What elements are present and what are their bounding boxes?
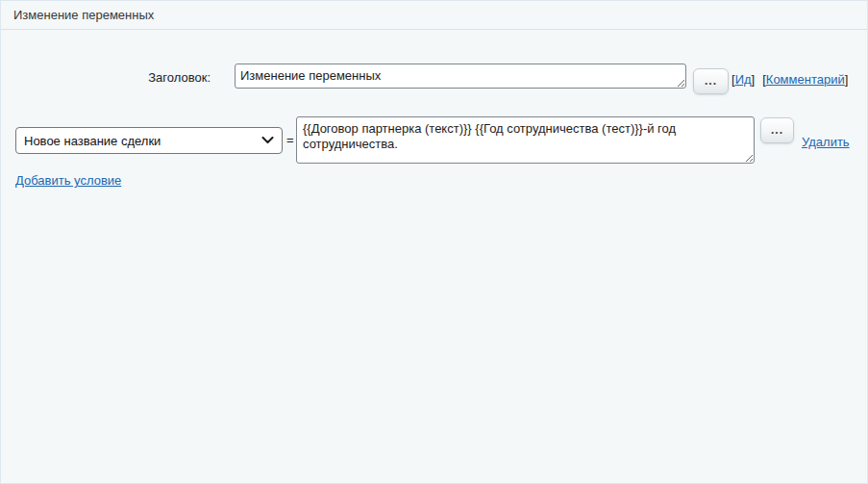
comment-link[interactable]: Комментарий	[766, 72, 845, 87]
title-field-label: Заголовок:	[1, 70, 211, 85]
add-condition-link[interactable]: Добавить условие	[15, 173, 121, 188]
value-insert-value-button[interactable]: ...	[760, 117, 794, 143]
comment-link-group: [Комментарий]	[762, 72, 848, 87]
comment-bracket-close: ]	[845, 72, 849, 87]
title-meta-links: [Ид][Комментарий]	[732, 72, 848, 87]
variable-select[interactable]: Новое название сделки	[15, 127, 283, 154]
panel-title: Изменение переменных	[1, 1, 867, 30]
id-bracket-close: ]	[752, 72, 756, 87]
id-link[interactable]: Ид	[735, 72, 752, 87]
equals-sign: =	[286, 133, 294, 147]
delete-condition-link[interactable]: Удалить	[802, 135, 850, 149]
variable-select-wrap: Новое название сделки	[15, 127, 283, 154]
variables-modification-panel: Изменение переменных Заголовок: Изменени…	[0, 0, 868, 484]
title-insert-value-button[interactable]: ...	[693, 68, 729, 94]
title-input[interactable]: Изменение переменных	[235, 64, 686, 89]
variable-value-input[interactable]: {{Договор партнерка (текст)}} {{Год сотр…	[296, 116, 755, 164]
id-link-group: [Ид]	[732, 72, 755, 87]
